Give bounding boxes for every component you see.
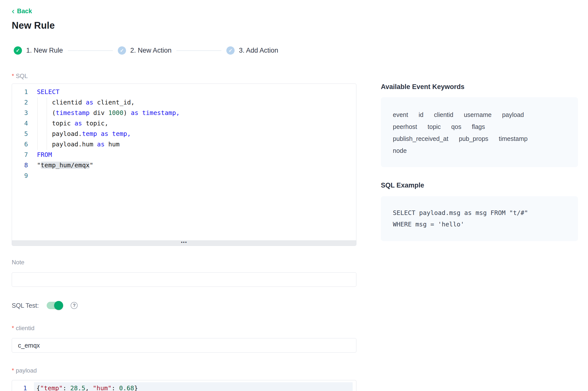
- note-input[interactable]: [12, 272, 356, 287]
- step-check-icon: ✓: [226, 46, 235, 55]
- help-icon[interactable]: ?: [71, 302, 78, 309]
- step-check-icon: ✓: [14, 46, 22, 55]
- code-line: 6 payload.hum as hum: [12, 139, 356, 150]
- code-line: 9: [12, 171, 356, 181]
- back-label: Back: [17, 7, 32, 15]
- line-number: 1: [12, 382, 34, 391]
- code-line-content: {"temp": 28.5, "hum": 0.68}: [34, 382, 353, 391]
- code-line-content: FROM: [34, 150, 356, 160]
- event-keywords-title: Available Event Keywords: [381, 83, 578, 91]
- event-keywords-box: eventidclientidusernamepayloadpeerhostto…: [381, 97, 578, 167]
- code-line-content: topic as topic,: [34, 118, 356, 129]
- back-chevron-icon: ‹: [12, 8, 14, 14]
- event-keyword: qos: [451, 121, 461, 133]
- code-line: 8"temp_hum/emqx": [12, 160, 356, 171]
- code-line: 7FROM: [12, 150, 356, 160]
- wizard-steps: ✓1. New Rule✓2. New Action✓3. Add Action: [14, 46, 578, 55]
- step-check-icon: ✓: [118, 46, 126, 55]
- line-number: 7: [12, 150, 34, 160]
- keyword-row: node: [393, 145, 566, 157]
- sql-test-label: SQL Test:: [12, 302, 39, 309]
- event-keyword: topic: [428, 121, 441, 133]
- step-label: 3. Add Action: [239, 47, 278, 54]
- page-title: New Rule: [12, 20, 578, 31]
- editor-resize-handle[interactable]: •••: [12, 240, 356, 246]
- required-asterisk: *: [12, 325, 14, 331]
- clientid-input[interactable]: [12, 338, 356, 353]
- code-line-content: [34, 171, 356, 181]
- required-asterisk: *: [12, 367, 14, 374]
- payload-code-area[interactable]: 1{"temp": 28.5, "hum": 0.68}: [12, 380, 356, 391]
- payload-editor[interactable]: 1{"temp": 28.5, "hum": 0.68}: [12, 380, 356, 391]
- back-link[interactable]: ‹ Back: [12, 7, 32, 15]
- clientid-field-label: *clientid: [12, 325, 356, 332]
- code-line-content: clientid as client_id,: [34, 97, 356, 108]
- line-number: 5: [12, 129, 34, 139]
- payload-field-label: *payload: [12, 367, 356, 374]
- code-line-content: SELECT: [34, 87, 356, 97]
- sql-example-box: SELECT payload.msg as msg FROM "t/#"WHER…: [381, 196, 578, 241]
- code-line-content: (timestamp div 1000) as timestamp,: [34, 108, 356, 118]
- code-line-content: payload.hum as hum: [34, 139, 356, 150]
- event-keyword: username: [464, 109, 491, 121]
- indent-guide: [47, 98, 47, 150]
- sql-test-toggle[interactable]: [47, 302, 63, 309]
- keyword-row: eventidclientidusernamepayload: [393, 109, 566, 121]
- sql-editor[interactable]: 1SELECT2 clientid as client_id,3 (timest…: [12, 84, 356, 246]
- sql-example-line: WHERE msg = 'hello': [393, 219, 566, 230]
- event-keyword: flags: [472, 121, 485, 133]
- drag-dots-icon: •••: [181, 241, 187, 244]
- step-item: ✓3. Add Action: [226, 46, 278, 55]
- keyword-row: publish_received_atpub_propstimestamp: [393, 133, 566, 145]
- line-number: 3: [12, 108, 34, 118]
- event-keyword: node: [393, 145, 407, 157]
- event-keyword: timestamp: [499, 133, 528, 145]
- step-item: ✓2. New Action: [118, 46, 171, 55]
- line-number: 6: [12, 139, 34, 150]
- code-line: 1{"temp": 28.5, "hum": 0.68}: [12, 382, 356, 391]
- step-label: 1. New Rule: [26, 47, 63, 54]
- event-keyword: peerhost: [393, 121, 417, 133]
- code-line: 3 (timestamp div 1000) as timestamp,: [12, 108, 356, 118]
- step-label: 2. New Action: [130, 47, 171, 54]
- required-asterisk: *: [12, 73, 14, 79]
- line-number: 4: [12, 118, 34, 129]
- keyword-row: peerhosttopicqosflags: [393, 121, 566, 133]
- code-line-content: "temp_hum/emqx": [34, 160, 356, 171]
- line-number: 9: [12, 171, 34, 181]
- code-line-content: payload.temp as temp,: [34, 129, 356, 139]
- sql-example-line: SELECT payload.msg as msg FROM "t/#": [393, 207, 566, 219]
- event-keyword: publish_received_at: [393, 133, 448, 145]
- event-keyword: payload: [502, 109, 524, 121]
- indent-guide: [37, 98, 38, 150]
- new-rule-page: ‹ Back New Rule ✓1. New Rule✓2. New Acti…: [0, 0, 588, 391]
- event-keyword: clientid: [434, 109, 453, 121]
- code-line: 2 clientid as client_id,: [12, 97, 356, 108]
- sql-example-title: SQL Example: [381, 182, 578, 189]
- toggle-knob: [54, 301, 63, 310]
- sql-field-label: *SQL: [12, 73, 356, 80]
- event-keyword: event: [393, 109, 408, 121]
- line-number: 1: [12, 87, 34, 97]
- line-number: 2: [12, 97, 34, 108]
- step-item: ✓1. New Rule: [14, 46, 63, 55]
- step-connector: [176, 50, 221, 51]
- line-number: 8: [12, 160, 34, 171]
- code-line: 4 topic as topic,: [12, 118, 356, 129]
- event-keyword: pub_props: [459, 133, 488, 145]
- code-line: 5 payload.temp as temp,: [12, 129, 356, 139]
- step-connector: [68, 50, 113, 51]
- sql-code-area[interactable]: 1SELECT2 clientid as client_id,3 (timest…: [12, 84, 356, 240]
- code-line: 1SELECT: [12, 87, 356, 97]
- event-keyword: id: [419, 109, 423, 121]
- note-field-label: Note: [12, 259, 356, 266]
